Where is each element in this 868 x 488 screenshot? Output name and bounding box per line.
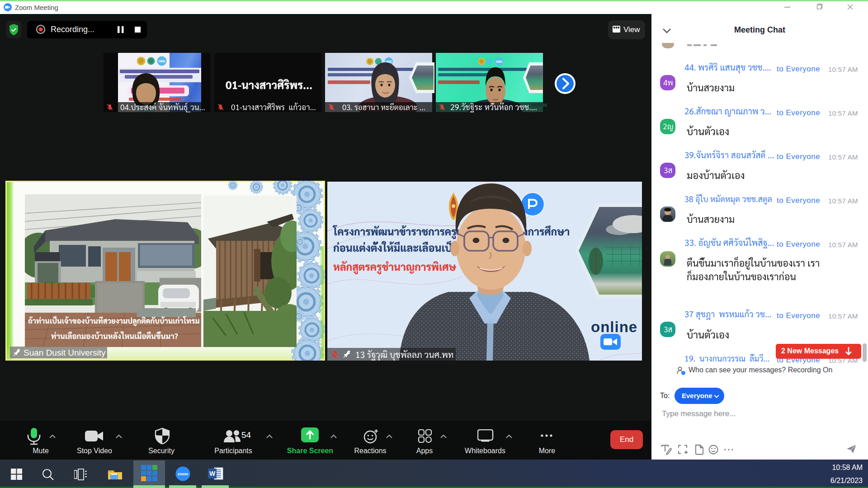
svg-text:W: W <box>209 470 216 477</box>
svg-text:zoom: zoom <box>178 472 189 476</box>
svg-text:HRD: HRD <box>158 60 165 63</box>
